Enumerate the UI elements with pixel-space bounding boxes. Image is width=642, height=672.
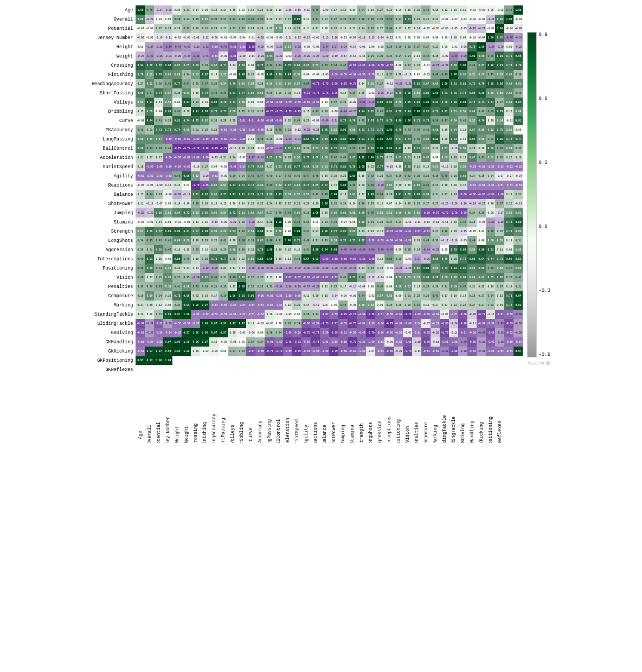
heatmap-cell: 0.19 xyxy=(311,199,320,208)
heatmap-cell: 0.31 xyxy=(403,291,412,300)
heatmap-cell: 0.37 xyxy=(495,199,504,208)
heatmap-cell: 1.00 xyxy=(375,135,384,144)
heatmap-cell: 1.00 xyxy=(136,5,145,15)
heatmap-cell: -0.49 xyxy=(477,328,486,337)
heatmap-cell: 0.68 xyxy=(136,144,145,153)
heatmap-cell: 0.52 xyxy=(163,208,172,217)
heatmap-cell: 0.58 xyxy=(311,61,320,70)
heatmap-cell: 0.62 xyxy=(246,208,255,217)
heatmap-cell: 0.72 xyxy=(431,107,440,116)
heatmap-cell: 0.13 xyxy=(265,273,274,282)
row-label: Positioning xyxy=(92,264,135,273)
row-label: FKAccuracy xyxy=(92,125,135,135)
col-label-wrap: Composure xyxy=(421,394,431,437)
heatmap-cell: -0.59 xyxy=(320,328,329,337)
heatmap-cell: -0.38 xyxy=(255,264,265,273)
heatmap-cell: 0.31 xyxy=(513,282,523,291)
heatmap-cell: -0.37 xyxy=(412,254,421,264)
heatmap-cell: 0.82 xyxy=(200,190,209,199)
heatmap-cell: -0.65 xyxy=(477,190,486,199)
heatmap-cell: -0.44 xyxy=(421,245,431,254)
heatmap-cell: 0.04 xyxy=(384,282,394,291)
heatmap-cell: 0.81 xyxy=(145,254,154,264)
heatmap-cell: 0.97 xyxy=(182,328,191,337)
heatmap-cell: 0.15 xyxy=(182,245,191,254)
heatmap-cell: -0.51 xyxy=(477,181,486,190)
heatmap-cell: 0.26 xyxy=(191,24,200,33)
heatmap-cell: 0.34 xyxy=(394,52,403,61)
heatmap-cell: 0.52 xyxy=(136,98,145,107)
col-label: Jumping xyxy=(341,425,346,443)
col-label: Age xyxy=(138,430,143,439)
heatmap-cell: 0.57 xyxy=(375,291,384,300)
heatmap-cell: 0.37 xyxy=(412,42,421,52)
heatmap-cell: -0.56 xyxy=(486,347,495,356)
heatmap-cell: -0.41 xyxy=(255,153,265,162)
heatmap-cell: 0.43 xyxy=(191,282,200,291)
heatmap-cell: -0.10 xyxy=(403,70,412,79)
heatmap-cell: 0.10 xyxy=(458,5,467,15)
heatmap-cell: 0.68 xyxy=(301,162,311,171)
heatmap-cell: 0.37 xyxy=(375,79,384,88)
heatmap-cell: 0.37 xyxy=(384,171,394,181)
col-label-wrap: GKReflexes xyxy=(495,394,504,437)
heatmap-cell: 0.47 xyxy=(440,116,449,125)
heatmap-cell: 0.16 xyxy=(366,5,375,15)
heatmap-cell: -0.13 xyxy=(311,300,320,310)
heatmap-cell: -0.11 xyxy=(431,217,440,227)
heatmap-cell: 0.63 xyxy=(504,88,513,98)
heatmap-cell: -0.58 xyxy=(504,310,513,319)
heatmap-cell: 0.18 xyxy=(172,245,182,254)
heatmap-cell: 0.35 xyxy=(265,135,274,144)
heatmap-cell: 0.73 xyxy=(348,273,357,282)
heatmap-cell: -0.51 xyxy=(394,337,403,347)
row-label: GKHandling xyxy=(92,337,135,347)
heatmap-cell: -0.66 xyxy=(440,319,449,328)
colorbar-container: 0.90.60.30.0-0.3-0.6 ©SICTOP索 xyxy=(527,5,550,393)
heatmap-cell: 0.76 xyxy=(467,42,477,52)
heatmap-cell: 0.67 xyxy=(467,125,477,135)
heatmap-cell: 0.91 xyxy=(191,107,200,116)
heatmap-cell: 0.51 xyxy=(274,79,283,88)
heatmap-cell: 0.76 xyxy=(338,116,348,125)
heatmap-cell: -0.70 xyxy=(477,310,486,319)
heatmap-cell: 0.73 xyxy=(449,135,458,144)
heatmap-cell: 0.70 xyxy=(495,125,504,135)
heatmap-cell: 0.66 xyxy=(449,61,458,70)
heatmap-cell: 0.35 xyxy=(191,15,200,24)
heatmap-cell: 0.89 xyxy=(182,291,191,300)
row-label: Vision xyxy=(92,273,135,282)
heatmap-cell: 0.10 xyxy=(209,337,219,347)
heatmap-cell: 1.00 xyxy=(274,217,283,227)
heatmap-cell: -0.15 xyxy=(348,282,357,291)
heatmap-cell: 0.23 xyxy=(449,300,458,310)
heatmap-cell: -0.49 xyxy=(375,245,384,254)
heatmap-cell: 0.66 xyxy=(246,88,255,98)
heatmap-cell: -0.27 xyxy=(384,88,394,98)
heatmap-cell: 0.72 xyxy=(504,135,513,144)
row-label: SprintSpeed xyxy=(92,162,135,171)
heatmap-cell: -0.16 xyxy=(329,33,338,42)
heatmap-cell: -0.59 xyxy=(274,337,283,347)
bottom-labels: AgeOverallPotentialJersey NumberHeightWe… xyxy=(136,394,523,437)
heatmap-cell: -0.60 xyxy=(209,135,219,144)
heatmap-cell: 0.15 xyxy=(431,5,440,15)
heatmap-cell: -0.60 xyxy=(163,135,172,144)
heatmap-cell: 0.43 xyxy=(154,282,163,291)
heatmap-cell: 0.70 xyxy=(504,227,513,236)
heatmap-cell: -0.35 xyxy=(154,42,163,52)
heatmap-cell: -0.75 xyxy=(348,319,357,328)
heatmap-cell: 0.53 xyxy=(431,162,440,171)
heatmap-cell: 0.48 xyxy=(486,52,495,61)
heatmap-cell: -0.60 xyxy=(338,337,348,347)
heatmap-cell: -0.56 xyxy=(265,291,274,300)
heatmap-cell: 0.68 xyxy=(403,190,412,199)
heatmap-cell: 0.52 xyxy=(495,264,504,273)
heatmap-cell: -0.15 xyxy=(366,33,375,42)
heatmap-cell: -0.59 xyxy=(338,319,348,328)
heatmap-cell: -0.18 xyxy=(357,33,366,42)
heatmap-cell: 0.09 xyxy=(228,199,237,208)
heatmap-cell: 0.01 xyxy=(311,217,320,227)
heatmap-cell: 0.00 xyxy=(366,282,375,291)
heatmap-cell: 0.24 xyxy=(449,190,458,199)
